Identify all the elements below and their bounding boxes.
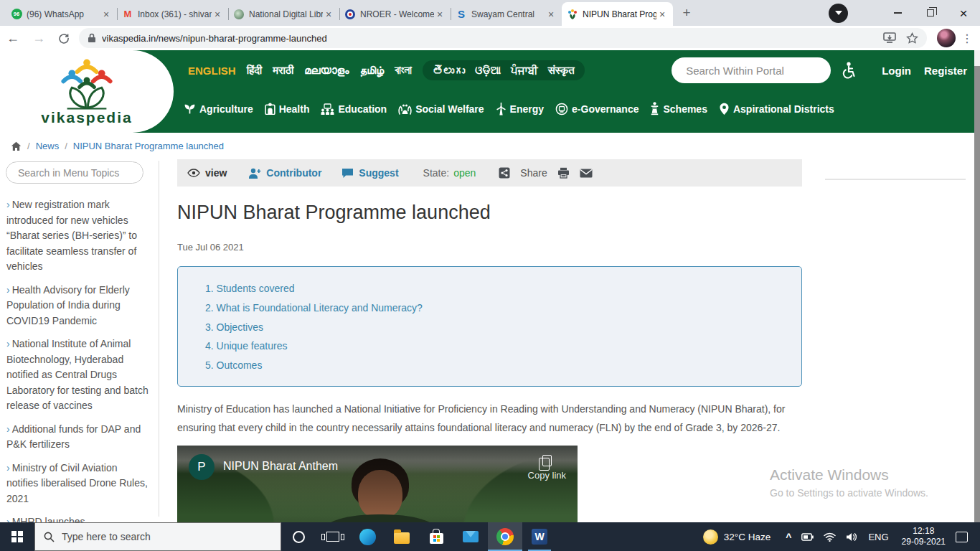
nav-item-schemes[interactable]: Schemes bbox=[650, 102, 707, 116]
microsoft-store-button[interactable] bbox=[419, 522, 453, 551]
bookmark-star-icon[interactable] bbox=[906, 32, 918, 44]
contributor-button[interactable]: Contributor bbox=[248, 167, 321, 179]
chrome-button[interactable] bbox=[488, 522, 522, 551]
sidebar-news-link[interactable]: ›MHRD launches MANODARPAN initiative bbox=[6, 514, 149, 522]
nav-item-social-welfare[interactable]: Social Welfare bbox=[398, 103, 484, 115]
language-sanskrit[interactable]: संस्कृत bbox=[548, 64, 575, 77]
back-icon[interactable]: ← bbox=[6, 32, 19, 44]
copy-link-button[interactable]: Copy link bbox=[528, 453, 566, 481]
sidebar-news-link[interactable]: ›Health Advisory for Elderly Population … bbox=[6, 283, 149, 329]
tab-close-icon[interactable]: × bbox=[545, 9, 557, 20]
language-odia[interactable]: ଓଡ଼ିଆ bbox=[475, 64, 501, 77]
video-channel-avatar[interactable]: P bbox=[189, 454, 215, 480]
start-button[interactable] bbox=[0, 522, 34, 551]
menu-topics-search-input[interactable] bbox=[6, 161, 143, 184]
breadcrumb-news-link[interactable]: News bbox=[36, 141, 60, 151]
email-icon[interactable] bbox=[580, 169, 593, 178]
sidebar-news-link[interactable]: ›Additional funds for DAP and P&K fertil… bbox=[6, 422, 149, 453]
tab-nipun-bharat-active[interactable]: NIPUN Bharat Progran × bbox=[562, 2, 673, 26]
login-link[interactable]: Login bbox=[882, 65, 911, 77]
share-label[interactable]: Share bbox=[520, 167, 547, 179]
print-icon[interactable] bbox=[557, 167, 570, 179]
sidebar-news-link[interactable]: ›National Institute of Animal Biotechnol… bbox=[6, 336, 149, 414]
video-title[interactable]: NIPUN Bharat Anthem bbox=[223, 460, 338, 473]
language-marathi[interactable]: मराठी bbox=[273, 64, 293, 77]
word-button[interactable]: W bbox=[522, 522, 557, 551]
toc-link-students-covered[interactable]: Students covered bbox=[205, 279, 787, 298]
view-button[interactable]: view bbox=[187, 167, 227, 179]
sidebar-news-link[interactable]: ›Ministry of Civil Aviation notifies lib… bbox=[6, 461, 149, 507]
suggest-button[interactable]: Suggest bbox=[341, 167, 398, 179]
language-punjabi[interactable]: ਪੰਜਾਬੀ bbox=[511, 64, 538, 77]
new-tab-button[interactable]: + bbox=[676, 3, 697, 24]
tab-close-icon[interactable]: × bbox=[656, 9, 668, 20]
scrollbar-thumb[interactable] bbox=[974, 66, 980, 522]
keyboard-language[interactable]: ENG bbox=[868, 532, 888, 542]
toc-link-unique-features[interactable]: Unique features bbox=[205, 336, 787, 356]
toc-link-outcomes[interactable]: Outcomes bbox=[205, 356, 787, 375]
tab-nroer[interactable]: NROER - Welcome × bbox=[339, 2, 451, 26]
language-bengali[interactable]: বাংলা bbox=[395, 64, 412, 77]
taskbar-weather[interactable]: 32°C Haze bbox=[703, 529, 771, 545]
mail-button[interactable] bbox=[453, 522, 488, 551]
profile-avatar[interactable] bbox=[937, 29, 956, 47]
edge-button[interactable] bbox=[350, 522, 385, 551]
taskbar-search[interactable] bbox=[34, 522, 281, 551]
language-telugu[interactable]: తెలుగు bbox=[433, 65, 465, 77]
tray-expand-icon[interactable]: ^ bbox=[786, 532, 791, 543]
vikaspedia-logo[interactable]: vikaspedia bbox=[0, 50, 174, 133]
language-hindi[interactable]: हिंदी bbox=[247, 64, 263, 77]
tab-national-digital-library[interactable]: National Digital Librar × bbox=[228, 2, 339, 26]
forward-icon[interactable]: → bbox=[32, 32, 45, 44]
portal-search-input[interactable] bbox=[672, 57, 831, 83]
browser-menu-icon[interactable]: ⋮ bbox=[961, 32, 973, 45]
file-explorer-button[interactable] bbox=[385, 522, 419, 551]
refresh-icon[interactable] bbox=[58, 32, 70, 44]
tab-whatsapp[interactable]: 96 (96) WhatsApp × bbox=[6, 2, 117, 26]
tab-close-icon[interactable]: × bbox=[100, 9, 112, 20]
nav-label: Agriculture bbox=[199, 103, 253, 115]
task-view-icon bbox=[326, 532, 339, 542]
nav-item-education[interactable]: Education bbox=[321, 103, 387, 115]
register-link[interactable]: Register bbox=[924, 65, 967, 77]
cortana-button[interactable] bbox=[281, 522, 316, 551]
restore-button[interactable] bbox=[914, 0, 947, 26]
url-text[interactable]: vikaspedia.in/news/nipun-bharat-programm… bbox=[102, 33, 877, 44]
close-window-button[interactable]: × bbox=[947, 0, 980, 26]
tab-gmail[interactable]: M Inbox (361) - shivanity × bbox=[117, 2, 228, 26]
page-scrollbar[interactable] bbox=[974, 50, 980, 522]
language-tamil[interactable]: தமிழ் bbox=[359, 64, 384, 77]
media-controls-button[interactable] bbox=[829, 4, 848, 23]
taskbar-search-input[interactable] bbox=[62, 531, 272, 542]
taskbar-clock[interactable]: 12:18 29-09-2021 bbox=[902, 526, 946, 547]
windows-taskbar: W 32°C Haze ^ ENG 12:18 29-09-2021 bbox=[0, 522, 980, 551]
task-view-button[interactable] bbox=[316, 522, 350, 551]
share-icon[interactable] bbox=[499, 167, 510, 179]
tab-close-icon[interactable]: × bbox=[323, 9, 334, 20]
tab-close-icon[interactable]: × bbox=[212, 9, 223, 20]
language-malayalam[interactable]: മലയാളം bbox=[304, 64, 349, 77]
toc-link-objectives[interactable]: Objectives bbox=[205, 318, 787, 337]
youtube-video-embed[interactable]: P NIPUN Bharat Anthem Copy link bbox=[177, 446, 578, 522]
plant-icon bbox=[184, 103, 196, 115]
volume-icon[interactable] bbox=[846, 532, 857, 542]
accessibility-icon[interactable] bbox=[842, 62, 856, 79]
install-icon[interactable] bbox=[883, 32, 896, 44]
nav-item-egovernance[interactable]: e-Governance bbox=[555, 103, 639, 116]
language-english[interactable]: ENGLISH bbox=[188, 65, 236, 77]
nav-item-agriculture[interactable]: Agriculture bbox=[184, 103, 253, 115]
nav-item-health[interactable]: Health bbox=[265, 103, 310, 115]
tab-swayam[interactable]: S Swayam Central × bbox=[451, 2, 562, 26]
sidebar-news-link[interactable]: ›New registration mark introduced for ne… bbox=[6, 197, 149, 275]
nav-item-energy[interactable]: Energy bbox=[496, 103, 544, 116]
wifi-icon[interactable] bbox=[824, 532, 836, 542]
tab-close-icon[interactable]: × bbox=[434, 9, 446, 20]
nav-item-aspirational-districts[interactable]: Aspirational Districts bbox=[719, 103, 834, 116]
omnibox[interactable]: vikaspedia.in/news/nipun-bharat-programm… bbox=[79, 28, 927, 48]
toc-link-what-is-fln[interactable]: What is Foundational Literacy and Numera… bbox=[205, 298, 787, 318]
home-icon[interactable] bbox=[11, 141, 22, 151]
battery-icon[interactable] bbox=[801, 533, 814, 541]
minimize-button[interactable] bbox=[881, 0, 914, 26]
action-center-icon[interactable] bbox=[956, 532, 968, 542]
main-content: view Contributor Suggest State: open Sha… bbox=[177, 159, 802, 522]
